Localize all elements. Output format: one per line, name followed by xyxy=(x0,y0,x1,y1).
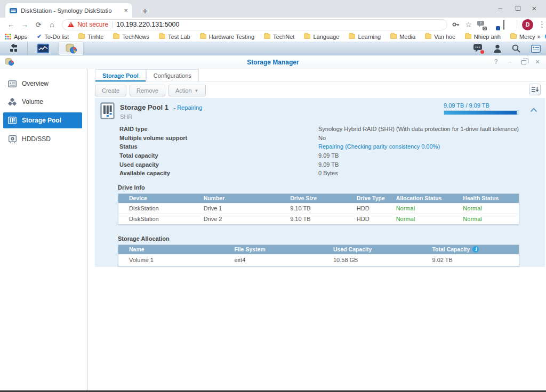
column-header[interactable]: File System xyxy=(223,246,323,252)
bookmark-label: Language xyxy=(313,34,339,40)
cell-health-status: Normal xyxy=(452,205,519,211)
widgets-button[interactable] xyxy=(531,45,541,53)
bookmark-item[interactable]: Test Lab xyxy=(154,34,195,40)
bookmark-label: Tinhte xyxy=(87,34,103,40)
bookmark-item[interactable]: Mercy xyxy=(505,34,540,40)
hdd-icon xyxy=(7,135,17,143)
column-header[interactable]: Device xyxy=(118,195,193,201)
detail-label: Status xyxy=(119,143,318,150)
app-close-button[interactable]: × xyxy=(533,58,542,66)
folder-icon xyxy=(304,34,310,39)
bookmark-item[interactable]: Learning xyxy=(344,34,386,40)
tab-configurations[interactable]: Configurations xyxy=(146,69,199,81)
browser-tab[interactable]: DiskStation - Synology DiskStatio × xyxy=(5,3,132,18)
chrome-menu-icon[interactable]: ⋮ xyxy=(538,20,546,29)
action-label: Action xyxy=(175,87,192,94)
window-close-button[interactable]: × xyxy=(526,0,543,16)
window-minimize-button[interactable]: – xyxy=(492,0,509,16)
column-header[interactable]: Drive Type xyxy=(346,195,386,201)
extension-screenshot-icon[interactable] xyxy=(503,20,512,29)
app-window-titlebar[interactable]: Storage Manager ? – × xyxy=(0,55,546,69)
column-header[interactable]: Name xyxy=(118,246,223,252)
extension-translate-icon[interactable] xyxy=(490,20,499,29)
bookmark-item[interactable]: TechNet xyxy=(259,34,299,40)
bookmark-item[interactable]: Tinhte xyxy=(74,34,108,40)
bookmark-item[interactable]: Hardware Testing xyxy=(195,34,259,40)
collapse-sort-button[interactable] xyxy=(529,84,541,95)
table-row[interactable]: DiskStation Drive 1 9.10 TB HDD Normal N… xyxy=(118,203,519,214)
cell-file-system: ext4 xyxy=(223,257,323,263)
not-secure-warning-icon[interactable] xyxy=(68,22,74,27)
info-icon[interactable]: i xyxy=(472,246,479,252)
table-row[interactable]: DiskStation Drive 2 9.10 TB HDD Normal N… xyxy=(118,214,519,224)
reload-icon[interactable]: ⟳ xyxy=(31,21,45,29)
action-dropdown-button[interactable]: Action ▼ xyxy=(168,85,206,96)
detail-label: Available capacity xyxy=(119,170,318,176)
pool-header[interactable]: Storage Pool 1 - Repairing SHR 9.09 TB /… xyxy=(100,102,540,121)
sidebar-item-overview[interactable]: Overview xyxy=(3,76,82,91)
column-header[interactable]: Used Capacity xyxy=(323,246,422,252)
divider xyxy=(517,20,517,29)
resource-monitor-icon xyxy=(37,44,49,53)
bookmark-item[interactable]: FileHippo.com xyxy=(540,34,546,40)
storage-pool-main: Storage Pool Configurations Create Remov… xyxy=(89,69,546,390)
bookmark-label: Hardware Testing xyxy=(209,34,254,40)
tab-storage-pool[interactable]: Storage Pool xyxy=(95,69,146,81)
app-restore-button[interactable] xyxy=(519,58,528,66)
bookmark-item[interactable]: Media xyxy=(386,34,420,40)
sidebar-label: Overview xyxy=(22,80,49,87)
table-row[interactable]: Volume 1 ext4 10.58 GB 9.02 TB xyxy=(118,254,519,266)
bookmark-item[interactable]: ✔To-Do list xyxy=(32,33,74,40)
new-tab-button[interactable]: + xyxy=(139,5,151,18)
tab-close-icon[interactable]: × xyxy=(124,7,128,14)
not-secure-label[interactable]: Not secure xyxy=(77,21,108,28)
forward-icon[interactable]: → xyxy=(18,20,32,29)
detail-row: Status Repairing (Checking parity consis… xyxy=(119,142,540,151)
bookmark-item[interactable]: Language xyxy=(299,34,344,40)
back-icon[interactable]: ← xyxy=(4,20,18,29)
bookmark-star-icon[interactable]: ☆ xyxy=(465,20,472,29)
detail-row: RAID type Synology Hybrid RAID (SHR) (Wi… xyxy=(119,125,540,134)
help-button[interactable]: ? xyxy=(492,58,500,66)
column-header[interactable]: Health Status xyxy=(452,195,519,201)
bookmarks-overflow-chevron[interactable]: » xyxy=(537,33,541,40)
bookmark-label: Mercy xyxy=(519,34,535,40)
notifications-button[interactable] xyxy=(473,44,483,53)
app-minimize-button[interactable]: – xyxy=(505,58,514,66)
cell-device: DiskStation xyxy=(118,216,193,222)
storage-manager-app-button[interactable] xyxy=(59,42,83,55)
detail-value-status: Repairing (Checking parity consistency 0… xyxy=(318,143,440,150)
resource-monitor-app-button[interactable] xyxy=(31,42,55,55)
translate-badge xyxy=(496,26,500,30)
column-header[interactable]: Drive Size xyxy=(279,195,346,201)
sidebar-item-storage-pool[interactable]: Storage Pool xyxy=(3,112,82,128)
profile-avatar[interactable]: D xyxy=(522,19,533,30)
apps-shortcut[interactable]: Apps xyxy=(0,34,32,40)
column-header-total-capacity[interactable]: Total Capacity i xyxy=(421,246,519,252)
chevron-down-icon: ▼ xyxy=(195,88,199,93)
bookmark-item[interactable]: TechNews xyxy=(108,34,154,40)
extension-qa-icon[interactable]: ? 0 xyxy=(477,20,485,29)
create-button[interactable]: Create xyxy=(95,85,126,96)
column-header[interactable]: Number xyxy=(193,195,280,201)
home-icon[interactable]: ⌂ xyxy=(45,20,59,29)
password-key-icon[interactable] xyxy=(452,20,460,29)
sidebar-item-volume[interactable]: Volume xyxy=(3,94,82,109)
window-maximize-button[interactable] xyxy=(509,0,526,16)
detail-row: Available capacity 0 Bytes xyxy=(119,169,540,178)
cell-number: Drive 1 xyxy=(193,205,280,211)
cell-allocation-status: Normal xyxy=(386,205,453,211)
bookmark-item[interactable]: Nhiep anh xyxy=(460,34,505,40)
column-header[interactable]: Allocation Status xyxy=(386,195,453,201)
url-text[interactable]: 10.193.220.131:5000 xyxy=(116,21,179,28)
search-button[interactable] xyxy=(512,44,520,53)
main-menu-button[interactable] xyxy=(0,42,28,55)
bookmark-label: Apps xyxy=(14,34,27,40)
user-options-button[interactable] xyxy=(494,44,501,53)
url-omnibox[interactable]: Not secure | 10.193.220.131:5000 xyxy=(62,19,447,30)
sidebar-item-hdd-ssd[interactable]: HDD/SSD xyxy=(3,132,82,146)
detail-row: Multiple volume support No xyxy=(119,134,540,143)
collapse-chevron-icon[interactable] xyxy=(530,108,537,112)
bookmark-item[interactable]: Van hoc xyxy=(420,34,460,40)
remove-button[interactable]: Remove xyxy=(130,85,165,96)
